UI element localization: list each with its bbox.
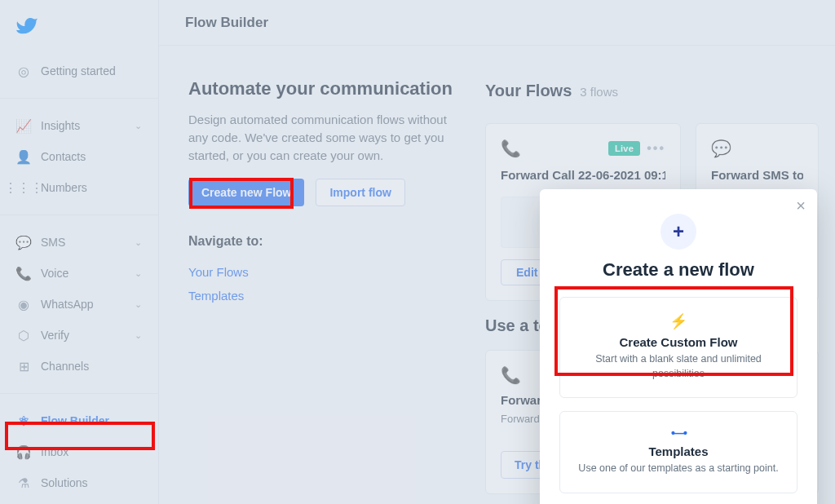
nav-whatsapp[interactable]: ◉ WhatsApp ⌄ bbox=[0, 289, 158, 320]
divider bbox=[0, 393, 158, 394]
nav-label: Verify bbox=[41, 329, 125, 342]
option-desc: Start with a blank slate and unlimited p… bbox=[573, 352, 784, 381]
nav-label: Channels bbox=[41, 360, 142, 373]
chat-icon: 💬 bbox=[16, 235, 31, 250]
modal-title: Create a new flow bbox=[559, 259, 797, 281]
create-flow-button[interactable]: Create new Flow bbox=[188, 179, 304, 206]
divider bbox=[0, 98, 158, 99]
flow-icon: ⚛ bbox=[16, 413, 31, 428]
nodes-icon: •—• bbox=[573, 427, 784, 440]
chevron-down-icon: ⌄ bbox=[135, 268, 142, 279]
option-title: Templates bbox=[573, 444, 784, 458]
nav-sms[interactable]: 💬 SMS ⌄ bbox=[0, 227, 158, 258]
nav-label: Contacts bbox=[41, 150, 142, 163]
nav-label: SMS bbox=[41, 236, 125, 249]
nav-contacts[interactable]: 👤 Contacts bbox=[0, 141, 158, 172]
dialpad-icon: ⋮⋮⋮ bbox=[16, 180, 31, 195]
grid-icon: ⊞ bbox=[16, 359, 31, 374]
nav-channels[interactable]: ⊞ Channels bbox=[0, 351, 158, 382]
chevron-down-icon: ⌄ bbox=[135, 237, 142, 248]
nav-label: Solutions bbox=[41, 476, 142, 489]
brand-logo bbox=[0, 0, 158, 55]
nav-numbers[interactable]: ⋮⋮⋮ Numbers bbox=[0, 172, 158, 203]
hero-description: Design automated communication flows wit… bbox=[188, 111, 466, 164]
hero-heading: Automate your communication bbox=[188, 78, 806, 99]
nav-label: Inbox bbox=[41, 445, 142, 458]
chevron-down-icon: ⌄ bbox=[135, 121, 142, 131]
nav-voice[interactable]: 📞 Voice ⌄ bbox=[0, 258, 158, 289]
user-icon: 👤 bbox=[16, 149, 31, 164]
plus-icon: + bbox=[660, 214, 696, 250]
flask-icon: ⚗ bbox=[16, 475, 31, 490]
create-flow-modal: × + Create a new flow ⚡ Create Custom Fl… bbox=[540, 189, 817, 504]
chevron-down-icon: ⌄ bbox=[135, 330, 142, 341]
nav-label: Voice bbox=[41, 267, 125, 280]
nav-getting-started[interactable]: ◎ Getting started bbox=[0, 55, 158, 86]
phone-icon: 📞 bbox=[16, 266, 31, 281]
bird-icon bbox=[16, 15, 39, 38]
lightning-icon: ⚡ bbox=[573, 312, 784, 330]
nav-label: WhatsApp bbox=[41, 298, 125, 311]
create-custom-flow-option[interactable]: ⚡ Create Custom Flow Start with a blank … bbox=[559, 297, 797, 398]
chart-icon: 📈 bbox=[16, 118, 31, 133]
chevron-down-icon: ⌄ bbox=[135, 299, 142, 310]
nav-insights[interactable]: 📈 Insights ⌄ bbox=[0, 110, 158, 141]
nav-verify[interactable]: ⬡ Verify ⌄ bbox=[0, 320, 158, 351]
target-icon: ◎ bbox=[16, 64, 31, 78]
whatsapp-icon: ◉ bbox=[16, 297, 31, 312]
shield-icon: ⬡ bbox=[16, 328, 31, 343]
nav-inbox[interactable]: 🎧 Inbox bbox=[0, 436, 158, 467]
nav-label: Numbers bbox=[41, 181, 142, 194]
page-header: Flow Builder bbox=[159, 0, 835, 46]
sidebar: ◎ Getting started 📈 Insights ⌄ 👤 Contact… bbox=[0, 0, 159, 504]
option-desc: Use one of our templates as a starting p… bbox=[573, 462, 784, 476]
divider bbox=[0, 214, 158, 215]
option-title: Create Custom Flow bbox=[573, 335, 784, 349]
nav-label: Insights bbox=[41, 119, 125, 132]
nav-label: Getting started bbox=[41, 64, 142, 77]
close-icon[interactable]: × bbox=[796, 197, 806, 214]
nav-solutions[interactable]: ⚗ Solutions bbox=[0, 467, 158, 498]
page-title: Flow Builder bbox=[185, 15, 268, 31]
import-flow-button[interactable]: Import flow bbox=[316, 179, 404, 206]
headset-icon: 🎧 bbox=[16, 444, 31, 459]
nav-label: Flow Builder bbox=[41, 414, 142, 427]
templates-option[interactable]: •—• Templates Use one of our templates a… bbox=[559, 411, 797, 493]
nav-flow-builder[interactable]: ⚛ Flow Builder bbox=[0, 405, 158, 436]
